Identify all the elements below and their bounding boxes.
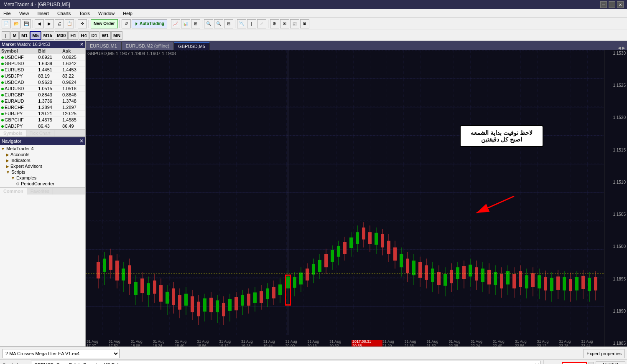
svg-rect-16 bbox=[109, 255, 112, 270]
window-controls[interactable]: ─ □ ✕ bbox=[600, 1, 624, 8]
menu-help[interactable]: Help bbox=[121, 10, 134, 17]
period-spinner[interactable]: 🔄 bbox=[589, 362, 594, 364]
expert-advisor-select[interactable]: 2 MA Crosses Mega filter EA V1.ex4 bbox=[3, 349, 120, 358]
menu-charts[interactable]: Charts bbox=[56, 10, 72, 17]
menu-window[interactable]: Window bbox=[97, 10, 116, 17]
navigator-close[interactable]: ✕ bbox=[79, 138, 84, 144]
period-mn-btn[interactable]: MN bbox=[111, 31, 122, 40]
chart-btn2[interactable]: 📊 bbox=[181, 19, 190, 28]
svg-rect-103 bbox=[381, 234, 384, 248]
table-row[interactable]: CADJPY 86.43 86.49 bbox=[0, 123, 85, 129]
back-btn[interactable]: ◀ bbox=[35, 19, 44, 28]
tab-tick-chart[interactable]: Tick Chart bbox=[26, 130, 54, 136]
template-btn[interactable]: ⚙ bbox=[270, 19, 279, 28]
svg-rect-165 bbox=[575, 277, 579, 291]
chart-canvas[interactable]: GBPUSD,M5 1.1907 1.1908 1.1907 1.1908 bbox=[86, 50, 627, 346]
new-btn[interactable]: 📄 bbox=[2, 19, 11, 28]
chart-scroll-btn[interactable]: ⊟ bbox=[224, 19, 233, 28]
autotrading-button[interactable]: ⏵ AutoTrading bbox=[132, 19, 167, 28]
table-row[interactable]: USDCHF 0.8921 0.8925 bbox=[0, 54, 85, 61]
symbol-select[interactable]: GBPUSD, Great Britain Pound vs US Dollar bbox=[31, 361, 541, 364]
period-h4-btn[interactable]: H4 bbox=[79, 31, 89, 40]
svg-rect-97 bbox=[362, 228, 365, 240]
period-input[interactable] bbox=[562, 362, 587, 364]
period-m5-btn[interactable]: M5 bbox=[30, 31, 41, 40]
new-order-button[interactable]: New Order bbox=[91, 19, 118, 28]
mail-btn[interactable]: ✉ bbox=[280, 19, 289, 28]
nav-item-expert-advisors[interactable]: ▶ Expert Advisors bbox=[1, 163, 84, 169]
period-sep-btn[interactable]: | bbox=[247, 19, 256, 28]
svg-rect-127 bbox=[456, 267, 459, 279]
svg-rect-95 bbox=[356, 232, 359, 244]
open-btn[interactable]: 📂 bbox=[12, 19, 21, 28]
tester-main: Symbol: GBPUSD, Great Britain Pound vs U… bbox=[0, 360, 627, 364]
price-5: 1.1510 bbox=[604, 180, 627, 185]
price-6: 1.1505 bbox=[604, 212, 627, 217]
symbol-properties-button[interactable]: Symbol properties bbox=[596, 361, 625, 364]
maximize-button[interactable]: □ bbox=[609, 1, 615, 8]
nav-item-scripts[interactable]: ▼ Scripts bbox=[1, 169, 84, 175]
svg-rect-50 bbox=[216, 301, 219, 313]
table-row[interactable]: EURJPY 120.21 120.25 bbox=[0, 111, 85, 117]
table-row[interactable]: USDCAD 0.9620 0.9624 bbox=[0, 79, 85, 86]
crosshair-btn[interactable]: ✛ bbox=[78, 19, 87, 28]
prop-btn[interactable]: 📋 bbox=[65, 19, 74, 28]
table-row[interactable]: GBPUSD 1.6339 1.6342 bbox=[0, 61, 85, 67]
chart-btn3[interactable]: ⊞ bbox=[191, 19, 200, 28]
period-m30-btn[interactable]: M30 bbox=[55, 31, 68, 40]
market-watch-close[interactable]: ✕ bbox=[80, 42, 84, 47]
menu-tools[interactable]: Tools bbox=[77, 10, 92, 17]
menu-view[interactable]: View bbox=[18, 10, 31, 17]
save-btn[interactable]: 💾 bbox=[22, 19, 31, 28]
chart-tab-gbpusd-m5[interactable]: GBPUSD,M5 bbox=[174, 42, 210, 50]
tab-scroll-right[interactable]: ▶ bbox=[622, 46, 625, 50]
news-btn[interactable]: 📰 bbox=[290, 19, 299, 28]
tab-scroll-left[interactable]: ◀ bbox=[618, 46, 621, 50]
period-w1-btn[interactable]: W1 bbox=[100, 31, 111, 40]
menu-insert[interactable]: Insert bbox=[36, 10, 51, 17]
table-row[interactable]: EURAUD 1.3736 1.3748 bbox=[0, 98, 85, 104]
table-row[interactable]: AUDUSD 1.0515 1.0518 bbox=[0, 86, 85, 92]
folder-icon-scripts: ▼ bbox=[6, 170, 10, 174]
table-row[interactable]: EURUSD 1.4451 1.4453 bbox=[0, 67, 85, 73]
print-btn[interactable]: 🖨 bbox=[55, 19, 64, 28]
menu-file[interactable]: File bbox=[2, 10, 13, 17]
chart-tab-eurusd-m2[interactable]: EURUSD,M2 (offline) bbox=[122, 42, 174, 50]
bid-cell: 86.43 bbox=[37, 123, 61, 129]
table-row[interactable]: USDJPY 83.19 83.22 bbox=[0, 73, 85, 79]
period-line-btn[interactable]: | bbox=[2, 31, 10, 40]
period-m15-btn[interactable]: M15 bbox=[41, 31, 54, 40]
period-m-btn[interactable]: M bbox=[10, 31, 19, 40]
refresh-btn[interactable]: ↺ bbox=[122, 19, 131, 28]
tab-symbols[interactable]: Symbols bbox=[0, 130, 26, 136]
trendline-btn[interactable]: ⟋ bbox=[257, 19, 266, 28]
ask-cell: 1.4585 bbox=[61, 117, 85, 123]
period-d1-btn[interactable]: D1 bbox=[89, 31, 99, 40]
svg-rect-145 bbox=[512, 274, 516, 288]
nav-tab-common[interactable]: Common bbox=[0, 188, 27, 195]
minimize-button[interactable]: ─ bbox=[600, 1, 607, 8]
chart-btn1[interactable]: 📈 bbox=[171, 19, 180, 28]
close-button[interactable]: ✕ bbox=[617, 1, 624, 8]
indicator-btn[interactable]: 📉 bbox=[237, 19, 246, 28]
zoom-out-btn[interactable]: 🔍 bbox=[214, 19, 223, 28]
svg-rect-34 bbox=[166, 292, 169, 304]
table-row[interactable]: EURCHF 1.2894 1.2897 bbox=[0, 104, 85, 111]
nav-item-period-converter[interactable]: ⚙ PeriodConverter bbox=[1, 181, 84, 187]
nav-item-indicators[interactable]: ▶ Indicators bbox=[1, 157, 84, 163]
chart-tab-eurusd-m1[interactable]: EURUSD,M1 bbox=[86, 42, 122, 50]
table-row[interactable]: EURGBP 0.8843 0.8846 bbox=[0, 92, 85, 98]
nav-item-examples[interactable]: ▼ Examples bbox=[1, 175, 84, 181]
svg-rect-115 bbox=[418, 262, 422, 278]
calc-btn[interactable]: 🖩 bbox=[300, 19, 309, 28]
nav-item-accounts[interactable]: ▶ Accounts bbox=[1, 152, 84, 157]
period-h1-btn[interactable]: H1 bbox=[68, 31, 78, 40]
nav-tab-favorites[interactable]: Favorites bbox=[27, 188, 53, 195]
nav-item-metatrader4[interactable]: ▼ MetaTrader 4 bbox=[1, 146, 84, 152]
period-m1-btn[interactable]: M1 bbox=[19, 31, 30, 40]
forward-btn[interactable]: ▶ bbox=[45, 19, 54, 28]
annotation-line2: اصبح كل دقيقتين bbox=[466, 136, 538, 143]
zoom-in-btn[interactable]: 🔍 bbox=[204, 19, 213, 28]
expert-properties-button[interactable]: Expert properties bbox=[584, 349, 624, 358]
table-row[interactable]: GBPCHF 1.4575 1.4585 bbox=[0, 117, 85, 123]
